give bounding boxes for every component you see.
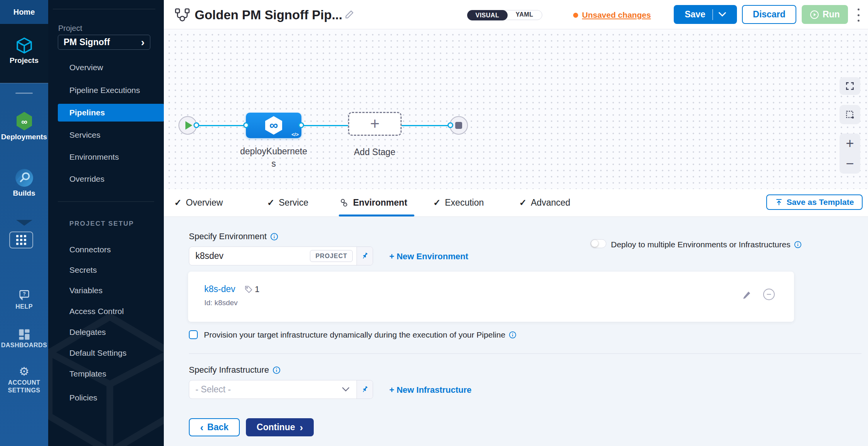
tab-overview[interactable]: ✓ Overview <box>174 189 223 216</box>
connector-dot[interactable] <box>447 122 453 128</box>
stage-node-deploy-kubernetes[interactable]: ∞ </> <box>246 113 301 138</box>
connector-dot[interactable] <box>193 122 199 128</box>
nav-section-divider <box>58 201 154 202</box>
environment-panel: Specify Environment PROJECT + New Enviro… <box>164 217 868 446</box>
marquee-select-button[interactable] <box>839 105 860 124</box>
module-grid-button[interactable] <box>9 231 33 248</box>
edit-environment-button[interactable] <box>742 290 752 300</box>
connector-dot[interactable] <box>298 122 304 128</box>
rail-handle <box>15 93 33 94</box>
rail-dashboards[interactable]: DASHBOARDS <box>0 329 48 349</box>
pipeline-graph-icon <box>175 8 190 22</box>
run-button[interactable]: Run <box>802 5 848 24</box>
zoom-in-button[interactable]: + <box>846 137 854 150</box>
discard-button[interactable]: Discard <box>742 5 796 24</box>
play-circle-icon <box>810 10 819 19</box>
nav-item-overrides[interactable]: Overrides <box>58 170 164 188</box>
info-icon[interactable] <box>273 366 281 374</box>
start-play-icon <box>185 121 192 130</box>
save-label: Save <box>685 9 705 20</box>
rail-help[interactable]: ? HELP <box>0 289 48 310</box>
pin-button[interactable] <box>357 380 373 399</box>
nav-item-access-control[interactable]: Access Control <box>58 302 164 320</box>
select-chevron-icon <box>342 387 350 392</box>
rail-account-settings[interactable]: ⚙ ACCOUNT SETTINGS <box>0 366 48 394</box>
unsaved-label: Unsaved changes <box>582 10 651 20</box>
collapse-chevron-icon[interactable] <box>16 220 32 226</box>
specify-environment-label: Specify Environment <box>189 231 278 242</box>
back-button[interactable]: ‹ Back <box>189 418 240 436</box>
tab-environment[interactable]: Environment <box>339 189 407 216</box>
nav-item-pipelines[interactable]: Pipelines <box>58 104 164 122</box>
remove-environment-button[interactable]: − <box>763 289 775 300</box>
provision-label: Provision your target infrastructure dyn… <box>204 330 516 340</box>
check-icon: ✓ <box>267 198 274 208</box>
mode-yaml[interactable]: YAML <box>507 10 542 20</box>
infrastructure-select[interactable]: - Select - <box>189 380 373 399</box>
environment-card: k8s-dev 1 Id: k8sdev − <box>188 272 794 322</box>
tag-icon <box>244 285 253 294</box>
project-name: PM Signoff <box>64 37 141 47</box>
plus-icon: + <box>370 116 380 132</box>
save-as-template-button[interactable]: Save as Template <box>766 194 863 210</box>
new-infrastructure-link[interactable]: + New Infrastructure <box>389 385 471 395</box>
environment-name-link[interactable]: k8s-dev <box>204 284 236 294</box>
rail-divider <box>0 83 48 83</box>
specify-infrastructure-label: Specify Infrastructure <box>189 365 281 375</box>
provision-checkbox[interactable] <box>189 330 198 339</box>
connector-dot[interactable] <box>243 122 249 128</box>
nav-item-default-settings[interactable]: Default Settings <box>58 344 164 362</box>
pipeline-canvas[interactable]: ∞ </> deployKubernetes + Add Stage + <box>164 29 868 189</box>
rail-module-builds[interactable]: Builds <box>0 168 48 198</box>
settings-gear-icon: ⚙ <box>0 366 48 377</box>
stop-square-icon <box>455 122 462 129</box>
scope-badge: PROJECT <box>310 250 353 262</box>
add-stage-node[interactable]: + <box>348 112 402 136</box>
visual-yaml-toggle[interactable]: VISUAL YAML <box>467 10 542 20</box>
nav-item-delegates[interactable]: Delegates <box>58 323 164 341</box>
nav-item-secrets[interactable]: Secrets <box>58 261 164 279</box>
module-grid-icon <box>16 235 26 245</box>
rail-module-projects[interactable]: Projects <box>0 36 48 65</box>
rail-help-label: HELP <box>0 303 48 310</box>
nav-item-connectors[interactable]: Connectors <box>58 241 164 258</box>
save-as-template-label: Save as Template <box>787 198 854 207</box>
nav-item-overview[interactable]: Overview <box>58 59 164 76</box>
nav-item-templates[interactable]: Templates <box>58 365 164 383</box>
continue-button[interactable]: Continue › <box>246 418 314 436</box>
tab-label: Overview <box>186 198 223 208</box>
multi-env-toggle[interactable] <box>590 239 606 248</box>
save-button[interactable]: Save <box>674 5 737 24</box>
edit-pencil-icon[interactable] <box>344 9 355 20</box>
nav-item-policies[interactable]: Policies <box>58 389 164 407</box>
info-icon[interactable] <box>270 233 278 241</box>
tab-service[interactable]: ✓ Service <box>267 189 308 216</box>
nav-item-environments[interactable]: Environments <box>58 148 164 166</box>
info-icon[interactable] <box>509 331 516 339</box>
rail-module-deployments[interactable]: ∞ Deployments <box>0 111 48 141</box>
chevron-right-icon: › <box>141 39 145 46</box>
nav-item-variables[interactable]: Variables <box>58 282 164 299</box>
pin-button[interactable] <box>357 247 373 265</box>
tab-label: Advanced <box>531 198 570 208</box>
tab-advanced[interactable]: ✓ Advanced <box>519 189 570 216</box>
rail-home-button[interactable]: Home <box>0 0 48 24</box>
fullscreen-button[interactable] <box>839 77 860 95</box>
nav-item-services[interactable]: Services <box>58 126 164 144</box>
zoom-out-button[interactable]: − <box>846 157 854 170</box>
connector-line <box>196 125 246 126</box>
info-icon[interactable] <box>794 241 802 248</box>
chevron-down-icon[interactable] <box>718 12 726 17</box>
mode-visual[interactable]: VISUAL <box>467 10 508 20</box>
project-setup-header: PROJECT SETUP <box>69 220 134 228</box>
nav-item-pipeline-executions[interactable]: Pipeline Executions <box>58 81 164 99</box>
kebab-menu[interactable] <box>854 8 863 22</box>
infrastructure-placeholder: - Select - <box>189 384 342 395</box>
tab-execution[interactable]: ✓ Execution <box>433 189 484 216</box>
project-selector[interactable]: PM Signoff › <box>58 35 150 50</box>
environment-tab-icon <box>339 198 349 208</box>
environment-input[interactable] <box>189 251 310 261</box>
tab-label: Execution <box>445 198 484 208</box>
new-environment-link[interactable]: + New Environment <box>389 252 468 262</box>
unsaved-changes[interactable]: Unsaved changes <box>573 10 651 20</box>
